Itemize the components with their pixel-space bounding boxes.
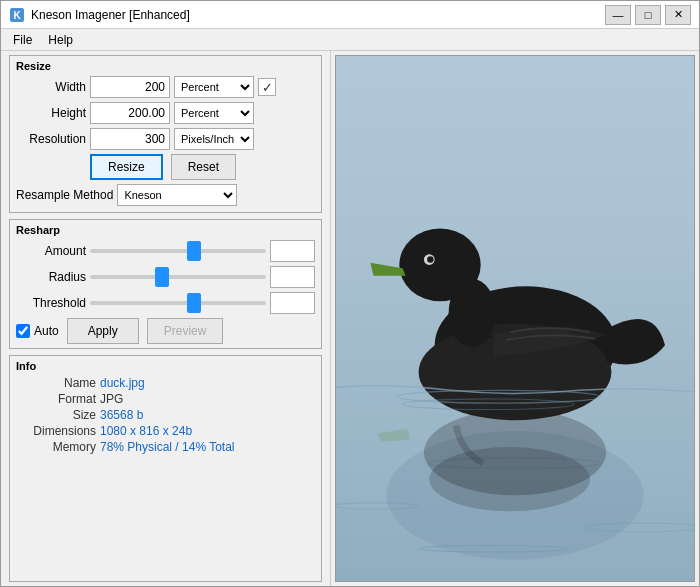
- resize-section-label: Resize: [16, 60, 315, 72]
- width-input[interactable]: [90, 76, 170, 98]
- info-format-label: Format: [16, 392, 96, 406]
- height-label: Height: [16, 106, 86, 120]
- info-name-value: duck.jpg: [100, 376, 145, 390]
- menu-bar: File Help: [1, 29, 699, 51]
- resolution-row: Resolution Pixels/Inch Pixels/Cm: [16, 128, 315, 150]
- resize-btn-row: Resize Reset: [16, 154, 315, 180]
- resolution-unit-select[interactable]: Pixels/Inch Pixels/Cm: [174, 128, 254, 150]
- height-input[interactable]: [90, 102, 170, 124]
- right-panel: [331, 51, 699, 586]
- apply-button[interactable]: Apply: [67, 318, 139, 344]
- svg-point-17: [429, 447, 590, 511]
- resolution-label: Resolution: [16, 132, 86, 146]
- threshold-row: Threshold 300: [16, 292, 315, 314]
- resolution-input[interactable]: [90, 128, 170, 150]
- radius-row: Radius 40.0: [16, 266, 315, 288]
- svg-text:K: K: [13, 10, 21, 21]
- info-dimensions-label: Dimensions: [16, 424, 96, 438]
- amount-slider[interactable]: [90, 249, 266, 253]
- info-dimensions-value: 1080 x 816 x 24b: [100, 424, 192, 438]
- resize-button[interactable]: Resize: [90, 154, 163, 180]
- app-icon: K: [9, 7, 25, 23]
- radius-label: Radius: [16, 270, 86, 284]
- close-button[interactable]: ✕: [665, 5, 691, 25]
- minimize-button[interactable]: —: [605, 5, 631, 25]
- title-bar: K Kneson Imagener [Enhanced] — □ ✕: [1, 1, 699, 29]
- amount-slider-container: [90, 241, 266, 261]
- resample-row: Resample Method Kneson Bicubic Bilinear: [16, 184, 315, 206]
- info-dimensions-row: Dimensions 1080 x 816 x 24b: [16, 424, 315, 438]
- info-section: Info Name duck.jpg Format JPG Size 36568…: [9, 355, 322, 582]
- radius-value[interactable]: 40.0: [270, 266, 315, 288]
- width-unit-select[interactable]: Percent Pixels: [174, 76, 254, 98]
- resample-label: Resample Method: [16, 188, 113, 202]
- info-size-label: Size: [16, 408, 96, 422]
- image-area: [335, 55, 695, 582]
- auto-checkbox[interactable]: [16, 324, 30, 338]
- aspect-ratio-checkbox[interactable]: [258, 78, 276, 96]
- amount-label: Amount: [16, 244, 86, 258]
- resharp-section-label: Resharp: [16, 224, 315, 236]
- threshold-label: Threshold: [16, 296, 86, 310]
- maximize-button[interactable]: □: [635, 5, 661, 25]
- threshold-slider[interactable]: [90, 301, 266, 305]
- main-window: K Kneson Imagener [Enhanced] — □ ✕ File …: [0, 0, 700, 587]
- duck-image: [336, 56, 694, 581]
- radius-slider-container: [90, 267, 266, 287]
- info-format-row: Format JPG: [16, 392, 315, 406]
- resample-select[interactable]: Kneson Bicubic Bilinear: [117, 184, 237, 206]
- height-unit-select[interactable]: Percent Pixels: [174, 102, 254, 124]
- info-memory-value: 78% Physical / 14% Total: [100, 440, 235, 454]
- info-memory-row: Memory 78% Physical / 14% Total: [16, 440, 315, 454]
- threshold-value[interactable]: 300: [270, 292, 315, 314]
- title-text: Kneson Imagener [Enhanced]: [31, 8, 190, 22]
- svg-point-13: [449, 279, 496, 348]
- radius-slider[interactable]: [90, 275, 266, 279]
- svg-point-15: [427, 256, 433, 262]
- info-section-label: Info: [16, 360, 315, 372]
- info-name-label: Name: [16, 376, 96, 390]
- resharp-controls: Auto Apply Preview: [16, 318, 315, 344]
- info-format-value: JPG: [100, 392, 123, 406]
- info-size-value: 36568 b: [100, 408, 143, 422]
- auto-label: Auto: [34, 324, 59, 338]
- height-row: Height Percent Pixels: [16, 102, 315, 124]
- width-row: Width Percent Pixels: [16, 76, 315, 98]
- preview-button[interactable]: Preview: [147, 318, 224, 344]
- width-label: Width: [16, 80, 86, 94]
- amount-value[interactable]: 300: [270, 240, 315, 262]
- resharp-section: Resharp Amount 300 Radius 40.0 T: [9, 219, 322, 349]
- info-size-row: Size 36568 b: [16, 408, 315, 422]
- title-controls: — □ ✕: [605, 5, 691, 25]
- title-bar-left: K Kneson Imagener [Enhanced]: [9, 7, 190, 23]
- main-content: Resize Width Percent Pixels Height Perce…: [1, 51, 699, 586]
- left-panel: Resize Width Percent Pixels Height Perce…: [1, 51, 331, 586]
- auto-checkbox-row: Auto: [16, 324, 59, 338]
- info-memory-label: Memory: [16, 440, 96, 454]
- threshold-slider-container: [90, 293, 266, 313]
- reset-button[interactable]: Reset: [171, 154, 236, 180]
- resize-section: Resize Width Percent Pixels Height Perce…: [9, 55, 322, 213]
- menu-help[interactable]: Help: [40, 31, 81, 48]
- amount-row: Amount 300: [16, 240, 315, 262]
- menu-file[interactable]: File: [5, 31, 40, 48]
- info-name-row: Name duck.jpg: [16, 376, 315, 390]
